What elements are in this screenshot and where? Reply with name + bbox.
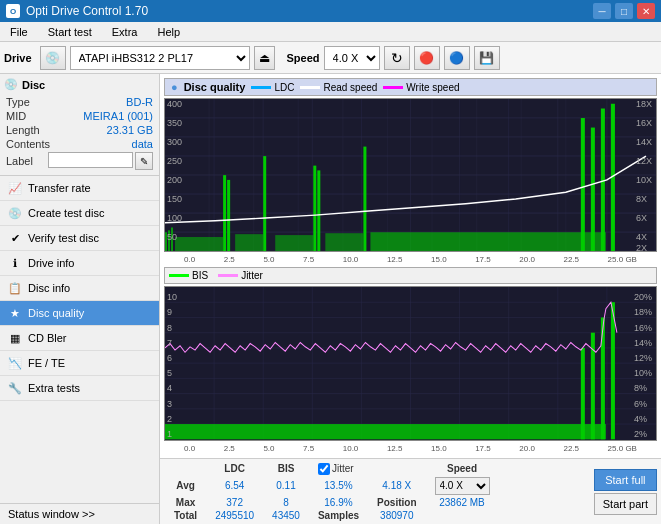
avg-ldc: 6.54 [207,477,262,495]
svg-text:6: 6 [167,352,172,363]
speed-output-select[interactable]: 4.0 X [435,477,490,495]
sidebar-item-verify-test-disc[interactable]: ✔ Verify test disc [0,226,159,251]
svg-rect-32 [591,128,595,252]
svg-rect-33 [601,109,605,252]
avg-row: Avg 6.54 0.11 13.5% 4.18 X 4.0 X [166,477,516,495]
disc-length-row: Length 23.31 GB [4,123,155,137]
start-part-button[interactable]: Start part [594,493,657,515]
sidebar-item-fe-te[interactable]: 📉 FE / TE [0,351,159,376]
sidebar-item-create-test-disc[interactable]: 💿 Create test disc [0,201,159,226]
samples-label: Samples [310,510,367,521]
svg-text:6X: 6X [636,213,647,223]
save-button[interactable]: 💾 [474,46,500,70]
menu-start-test[interactable]: Start test [42,25,98,39]
svg-rect-28 [275,235,313,251]
svg-text:3: 3 [167,398,172,409]
bis-header: BIS [264,463,308,475]
disc-info-icon: 📋 [8,281,22,295]
close-button[interactable]: ✕ [637,3,655,19]
legend-read-speed-color [300,86,320,89]
svg-rect-26 [175,237,223,251]
disc-label-btn[interactable]: ✎ [135,152,153,170]
svg-text:12X: 12X [636,156,652,166]
disc-section: 💿 Disc Type BD-R MID MEIRA1 (001) Length… [0,74,159,176]
chart-container: ● Disc quality LDC Read speed Write spee… [160,74,661,458]
eject-button[interactable]: ⏏ [254,46,275,70]
svg-rect-25 [363,147,366,252]
sidebar-item-extra-tests[interactable]: 🔧 Extra tests [0,376,159,401]
disc-type-value: BD-R [126,96,153,108]
sidebar-item-transfer-rate[interactable]: 📈 Transfer rate [0,176,159,201]
titlebar: O Opti Drive Control 1.70 ─ □ ✕ [0,0,661,22]
sidebar-item-disc-quality[interactable]: ★ Disc quality [0,301,159,326]
sidebar-item-label-cd-bler: CD Bler [28,332,67,344]
svg-text:2X: 2X [636,244,647,252]
sidebar-item-label-verify-test-disc: Verify test disc [28,232,99,244]
cd-bler-icon: ▦ [8,331,22,345]
svg-text:200: 200 [167,175,182,185]
bottom-chart-svg: 10 9 8 7 6 5 4 3 2 1 20% 18% 16% 14% 1 [165,287,656,439]
svg-text:10X: 10X [636,175,652,185]
legend-ldc-label: LDC [274,82,294,93]
svg-rect-30 [370,232,605,251]
svg-text:1: 1 [167,428,172,439]
sidebar-item-drive-info[interactable]: ℹ Drive info [0,251,159,276]
jitter-checkbox[interactable] [318,463,330,475]
svg-text:7: 7 [167,337,172,348]
compare-button[interactable]: 🔵 [444,46,470,70]
minimize-button[interactable]: ─ [593,3,611,19]
verify-test-disc-icon: ✔ [8,231,22,245]
sidebar-item-label-transfer-rate: Transfer rate [28,182,91,194]
titlebar-controls[interactable]: ─ □ ✕ [593,3,655,19]
svg-rect-70 [165,424,606,439]
menubar: File Start test Extra Help [0,22,661,42]
svg-text:14%: 14% [634,337,653,348]
status-window-label: Status window >> [8,508,95,520]
disc-label-row: Label ✎ [4,151,155,171]
start-full-button[interactable]: Start full [594,469,657,491]
disc-header-text: Disc [22,79,45,91]
legend-jitter: Jitter [218,270,263,281]
titlebar-left: O Opti Drive Control 1.70 [6,4,148,18]
total-label: Total [166,510,205,521]
stats-table: LDC BIS Jitter Speed A [164,461,518,523]
menu-help[interactable]: Help [151,25,186,39]
legend-read-speed: Read speed [300,82,377,93]
svg-text:2: 2 [167,413,172,424]
total-ldc: 2495510 [207,510,262,521]
svg-text:50: 50 [167,232,177,242]
disc-quality-icon: ★ [8,306,22,320]
maximize-button[interactable]: □ [615,3,633,19]
drive-select[interactable]: ATAPI iHBS312 2 PL17 [70,46,250,70]
burn-button[interactable]: 🔴 [414,46,440,70]
disc-label-input[interactable] [48,152,133,168]
refresh-button[interactable]: ↻ [384,46,410,70]
extra-tests-icon: 🔧 [8,381,22,395]
svg-rect-21 [227,180,230,251]
sidebar-item-disc-info[interactable]: 📋 Disc info [0,276,159,301]
legend-write-speed-color [383,86,403,89]
svg-text:6%: 6% [634,398,648,409]
svg-rect-22 [263,156,266,251]
fe-te-icon: 📉 [8,356,22,370]
menu-file[interactable]: File [4,25,34,39]
status-window-btn[interactable]: Status window >> [0,504,159,524]
drive-icon-btn[interactable]: 💿 [40,46,66,70]
svg-text:14X: 14X [636,137,652,147]
max-bis: 8 [264,497,308,508]
svg-rect-29 [325,233,363,251]
svg-text:9: 9 [167,306,172,317]
top-chart: 400 350 300 250 200 150 100 50 18X 16X 1… [164,98,657,252]
legend-bis-color [169,274,189,277]
avg-bis: 0.11 [264,477,308,495]
sidebar-item-cd-bler[interactable]: ▦ CD Bler [0,326,159,351]
svg-text:12%: 12% [634,352,653,363]
disc-mid-value: MEIRA1 (001) [83,110,153,122]
legend-ldc: LDC [251,82,294,93]
create-test-disc-icon: 💿 [8,206,22,220]
svg-rect-31 [581,118,585,251]
speed-select[interactable]: 4.0 X 8.0 X Max [324,46,380,70]
menu-extra[interactable]: Extra [106,25,144,39]
chart-header: ● Disc quality LDC Read speed Write spee… [164,78,657,96]
legend-jitter-color [218,274,238,277]
